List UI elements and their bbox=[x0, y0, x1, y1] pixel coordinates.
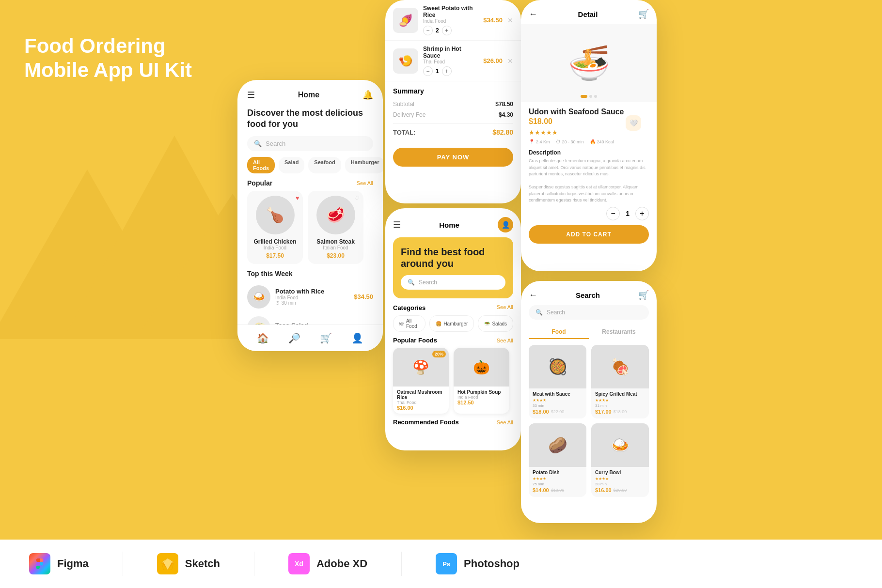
food-card-name-chicken: Grilled Chicken bbox=[252, 238, 298, 245]
search-old-price-4: $20.00 bbox=[614, 488, 627, 493]
search-food-meta-1: 33 min bbox=[533, 403, 583, 408]
dot-3 bbox=[594, 95, 597, 98]
total-label: TOTAL: bbox=[393, 129, 415, 136]
cart-icon-detail[interactable]: 🛒 bbox=[638, 9, 649, 19]
cart-item-info-2: Shrimp in Hot Sauce Thai Food − 1 + bbox=[423, 46, 478, 76]
popular-food-grid: 🍄 20% Oatmeal Mushroom Rice Thai Food $1… bbox=[393, 348, 513, 414]
qty-num-1: 2 bbox=[436, 27, 439, 34]
phone1-subtitle: Discover the most delicious food for you bbox=[237, 105, 383, 136]
search-result-meat-sauce[interactable]: 🥘 Meat with Sauce ★★★★ 33 min $18.00 $22… bbox=[529, 345, 586, 418]
search-result-potato[interactable]: 🥔 Potato Dish ★★★★ 25 min $14.00 $18.00 bbox=[529, 423, 586, 497]
nav-profile[interactable]: 👤 bbox=[351, 332, 363, 344]
top-week-item[interactable]: 🍛 Potato with Rice India Food ⏱ 30 min $… bbox=[237, 281, 383, 312]
divider-2 bbox=[254, 552, 254, 576]
tab-food[interactable]: Food bbox=[529, 325, 589, 339]
cart-icon-search[interactable]: 🛒 bbox=[638, 290, 649, 300]
qty-minus-1[interactable]: − bbox=[423, 26, 433, 35]
recommended-see-all[interactable]: See All bbox=[497, 419, 513, 425]
popular-header: Popular See All bbox=[237, 179, 383, 191]
pop-food-pumpkin[interactable]: 🎃 Hot Pumpkin Soup India Food $12.50 bbox=[454, 348, 509, 414]
detail-qty-plus[interactable]: + bbox=[635, 207, 649, 220]
subtotal-label: Subtotal bbox=[393, 101, 414, 108]
detail-food-image: 🍜 bbox=[521, 24, 657, 102]
subtotal-row: Subtotal $78.50 bbox=[393, 99, 513, 109]
bell-icon[interactable]: 🔔 bbox=[362, 90, 373, 100]
cat-all-foods[interactable]: All Foods bbox=[247, 157, 275, 173]
sketch-logo bbox=[161, 557, 174, 570]
search-price-row-1: $18.00 $22.00 bbox=[533, 409, 583, 415]
search-result-curry[interactable]: 🍛 Curry Bowl ★★★★ 28 min $16.00 $20.00 bbox=[591, 423, 649, 497]
cart-item-2: 🍤 Shrimp in Hot Sauce Thai Food − 1 + $2… bbox=[385, 41, 521, 81]
qty-plus-2[interactable]: + bbox=[442, 66, 452, 76]
meta-calories: 🔥 240 Kcal bbox=[590, 139, 614, 144]
chip-all-food[interactable]: 🍽 All Food bbox=[393, 315, 425, 332]
search-old-price-3: $18.00 bbox=[551, 488, 565, 493]
popular-see-all[interactable]: See All bbox=[357, 180, 373, 186]
figma-icon bbox=[29, 553, 50, 574]
pop-food-mushroom[interactable]: 🍄 20% Oatmeal Mushroom Rice Thai Food $1… bbox=[393, 348, 449, 414]
qty-plus-1[interactable]: + bbox=[442, 26, 452, 35]
search-food-name-3: Potato Dish bbox=[533, 470, 583, 475]
qty-minus-2[interactable]: − bbox=[423, 66, 433, 76]
phone-home: ☰ Home 🔔 Discover the most delicious foo… bbox=[237, 80, 383, 351]
phone1-nav: 🏠 🔎 🛒 👤 bbox=[237, 325, 383, 351]
add-to-cart-button[interactable]: ADD TO CART bbox=[529, 225, 649, 244]
phone1-search[interactable]: 🔍 Search bbox=[247, 136, 373, 151]
detail-title: Detail bbox=[578, 10, 598, 18]
delivery-val: $4.30 bbox=[499, 111, 513, 118]
cat-seafood[interactable]: Seafood bbox=[308, 157, 341, 173]
desc-title: Description bbox=[529, 149, 649, 156]
discount-badge: 20% bbox=[432, 351, 446, 357]
pay-button[interactable]: PAY NOW bbox=[393, 148, 513, 167]
cart-item-name-2: Shrimp in Hot Sauce bbox=[423, 46, 478, 59]
search-food-img-4: 🍛 bbox=[591, 423, 649, 467]
phone3-menu-icon[interactable]: ☰ bbox=[393, 219, 401, 230]
total-val: $82.80 bbox=[492, 128, 513, 136]
search-price-4: $16.00 bbox=[595, 487, 612, 493]
hamburger-icon[interactable]: ☰ bbox=[247, 90, 255, 100]
favorite-button[interactable]: 🤍 bbox=[626, 115, 641, 131]
time-text: 20 - 30 min bbox=[562, 139, 584, 144]
detail-qty-minus[interactable]: − bbox=[606, 207, 620, 220]
dot-2 bbox=[589, 95, 592, 98]
phone5-search-bar[interactable]: 🔍 Search bbox=[529, 305, 649, 320]
nav-home[interactable]: 🏠 bbox=[257, 332, 269, 344]
find-banner: Find the best food around you 🔍 Search bbox=[393, 237, 513, 298]
popular-foods-see-all[interactable]: See All bbox=[497, 338, 513, 343]
cart-item-img-1: 🍠 bbox=[393, 8, 418, 33]
sketch-label: Sketch bbox=[185, 557, 220, 570]
find-search-icon: 🔍 bbox=[408, 279, 415, 286]
popular-foods-label: Popular Foods bbox=[393, 337, 437, 344]
search-food-name-1: Meat with Sauce bbox=[533, 391, 583, 397]
adobe-xd-icon: Xd bbox=[288, 553, 310, 574]
food-card-salmon[interactable]: ♡ 🥩 Salmon Steak Italian Food $23.00 bbox=[308, 191, 363, 264]
chip-hamburger[interactable]: 🍔 Hamburger bbox=[429, 315, 474, 332]
chip-salads[interactable]: 🥗 Salads bbox=[478, 315, 513, 332]
heart-icon-chicken[interactable]: ♥ bbox=[296, 195, 299, 201]
food-card-chicken[interactable]: ♥ 🍗 Grilled Chicken India Food $17.50 bbox=[247, 191, 303, 264]
search-food-info-4: Curry Bowl ★★★★ 28 min $16.00 $20.00 bbox=[591, 467, 649, 497]
top-week-header: Top this Week bbox=[237, 270, 383, 281]
nav-discover[interactable]: 🔎 bbox=[288, 332, 300, 344]
find-search[interactable]: 🔍 Search bbox=[401, 275, 505, 290]
nav-cart[interactable]: 🛒 bbox=[320, 332, 332, 344]
back-arrow-detail[interactable]: ← bbox=[529, 9, 537, 19]
top-week-info: Potato with Rice India Food ⏱ 30 min bbox=[275, 288, 349, 306]
pop-food-cat-mushroom: Thai Food bbox=[397, 400, 445, 405]
remove-item-2[interactable]: ✕ bbox=[507, 57, 513, 65]
user-avatar[interactable]: 👤 bbox=[498, 217, 513, 232]
heart-icon-salmon[interactable]: ♡ bbox=[354, 195, 360, 201]
phone1-header: ☰ Home 🔔 bbox=[237, 80, 383, 105]
cart-item-cat-1: India Food bbox=[423, 18, 478, 24]
back-arrow-search[interactable]: ← bbox=[529, 290, 537, 300]
categories-see-all[interactable]: See All bbox=[497, 304, 513, 311]
tab-restaurants[interactable]: Restaurants bbox=[589, 325, 649, 339]
phone-search: ← Search 🛒 🔍 Search Food Restaurants 🥘 M… bbox=[521, 281, 657, 523]
pop-food-img-mushroom: 🍄 20% bbox=[393, 348, 449, 387]
search-result-spicy-grilled[interactable]: 🍖 Spicy Grilled Meat ★★★★ 31 min $17.00 … bbox=[591, 345, 649, 418]
cat-salad[interactable]: Salad bbox=[279, 157, 304, 173]
remove-item-1[interactable]: ✕ bbox=[507, 16, 513, 24]
food-card-img-salmon: 🥩 bbox=[316, 196, 355, 234]
detail-dots bbox=[581, 95, 597, 98]
cat-hamburger[interactable]: Hamburger bbox=[345, 157, 383, 173]
